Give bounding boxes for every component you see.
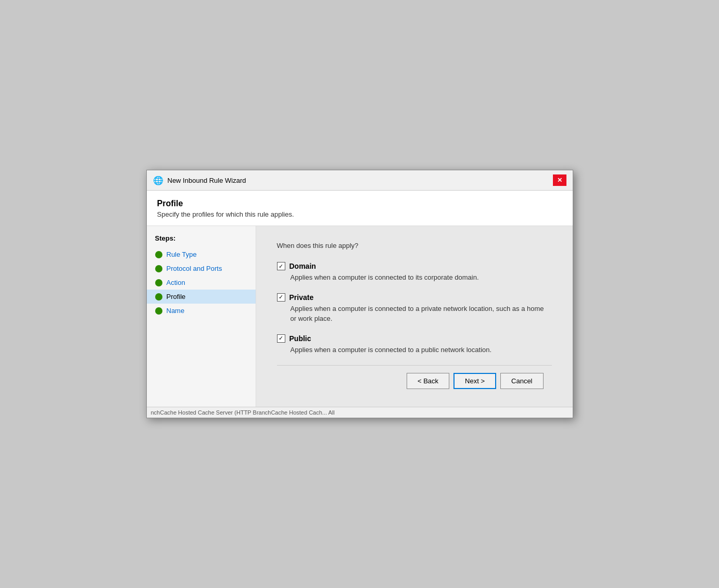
domain-checkbox[interactable]: ✓ (277, 262, 285, 270)
sidebar-item-rule-type[interactable]: Rule Type (147, 247, 256, 261)
public-option-header: ✓ Public (277, 334, 552, 343)
taskbar-hint: nchCache Hosted Cache Server (HTTP Branc… (147, 407, 573, 418)
public-checkbox[interactable]: ✓ (277, 334, 285, 343)
domain-description: Applies when a computer is connected to … (291, 272, 552, 283)
dialog-footer: < Back Next > Cancel (277, 365, 552, 396)
domain-option-block: ✓ Domain Applies when a computer is conn… (277, 262, 552, 283)
private-option-block: ✓ Private Applies when a computer is con… (277, 293, 552, 324)
main-content: When does this rule apply? ✓ Domain Appl… (256, 226, 573, 407)
back-button[interactable]: < Back (407, 373, 449, 389)
steps-panel: Steps: Rule Type Protocol and Ports Acti… (147, 226, 256, 407)
step-dot-action (155, 279, 162, 286)
step-label-action: Action (167, 279, 185, 286)
domain-checkmark: ✓ (279, 264, 283, 269)
public-option-block: ✓ Public Applies when a computer is conn… (277, 334, 552, 355)
private-checkbox[interactable]: ✓ (277, 293, 285, 302)
page-title: Profile (157, 199, 562, 208)
steps-label: Steps: (147, 234, 256, 247)
step-dot-name (155, 307, 162, 315)
step-label-profile: Profile (167, 293, 186, 301)
dialog-header: Profile Specify the profiles for which t… (147, 191, 573, 226)
new-inbound-rule-wizard-dialog: 🌐 New Inbound Rule Wizard ✕ Profile Spec… (146, 170, 573, 418)
public-label: Public (289, 334, 311, 343)
public-checkmark: ✓ (279, 335, 283, 341)
step-dot-rule-type (155, 251, 162, 258)
page-description: Specify the profiles for which this rule… (157, 210, 562, 218)
next-button[interactable]: Next > (453, 373, 496, 389)
sidebar-item-protocol-and-ports[interactable]: Protocol and Ports (147, 261, 256, 276)
step-dot-protocol-and-ports (155, 265, 162, 272)
step-dot-profile (155, 293, 162, 301)
sidebar-item-profile[interactable]: Profile (147, 290, 256, 304)
step-label-name: Name (167, 307, 185, 315)
step-label-rule-type: Rule Type (167, 251, 197, 258)
dialog-body: Steps: Rule Type Protocol and Ports Acti… (147, 226, 573, 407)
private-label: Private (289, 293, 314, 302)
question-text: When does this rule apply? (277, 242, 552, 249)
domain-label: Domain (289, 262, 316, 270)
title-bar-left: 🌐 New Inbound Rule Wizard (153, 175, 246, 185)
step-label-protocol-and-ports: Protocol and Ports (167, 265, 222, 272)
sidebar-item-name[interactable]: Name (147, 304, 256, 318)
cancel-button[interactable]: Cancel (500, 373, 543, 389)
private-description: Applies when a computer is connected to … (291, 304, 552, 324)
public-description: Applies when a computer is connected to … (291, 345, 552, 355)
wizard-icon: 🌐 (153, 175, 163, 185)
domain-option-header: ✓ Domain (277, 262, 552, 270)
sidebar-item-action[interactable]: Action (147, 276, 256, 290)
private-checkmark: ✓ (279, 294, 283, 300)
close-button[interactable]: ✕ (553, 174, 566, 186)
title-bar: 🌐 New Inbound Rule Wizard ✕ (147, 170, 573, 191)
private-option-header: ✓ Private (277, 293, 552, 302)
dialog-title: New Inbound Rule Wizard (168, 177, 246, 184)
